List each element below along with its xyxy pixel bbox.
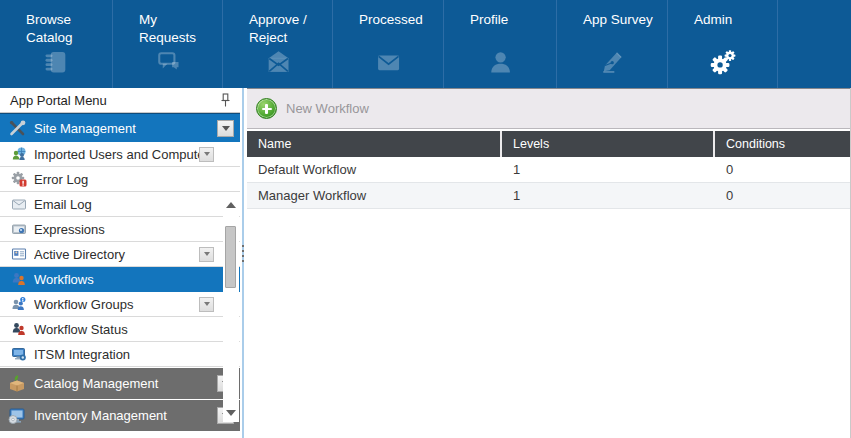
nav-tab-label: Admin	[668, 0, 777, 29]
new-workflow-label: New Workflow	[286, 101, 369, 116]
nav-tab-label: Approve / Reject	[223, 0, 332, 46]
menu-item-workflow-status[interactable]: Workflow Status	[0, 317, 240, 342]
menu-item-imported-users-and-computers[interactable]: Imported Users and Computers	[0, 142, 240, 167]
cell-conditions: 0	[713, 183, 851, 208]
sidebar: App Portal Menu Site Management	[0, 88, 240, 438]
nav-tab-app-survey[interactable]: App Survey	[557, 0, 668, 88]
cell-levels: 1	[500, 183, 713, 208]
nav-tab-profile[interactable]: Profile	[444, 0, 557, 88]
nav-tab-admin[interactable]: Admin	[668, 0, 778, 88]
splitter-grip-icon	[242, 245, 245, 265]
sidebar-titlebar: App Portal Menu	[0, 88, 240, 113]
column-header-conditions[interactable]: Conditions	[713, 131, 851, 157]
column-header-name[interactable]: Name	[247, 131, 500, 157]
nav-tab-processed[interactable]: Processed	[333, 0, 444, 88]
approve-envelope-icon	[223, 44, 332, 80]
menu-item-expressions[interactable]: Expressions	[0, 217, 240, 242]
catalog-book-icon	[0, 44, 112, 80]
workflow-grid: Name Levels Conditions Default Workflow …	[247, 131, 851, 209]
tools-icon	[6, 118, 28, 138]
nav-tab-label: Browse Catalog	[0, 0, 112, 46]
workflow-status-icon	[10, 321, 28, 338]
catalog-box-icon	[6, 374, 28, 394]
main-content: New Workflow Name Levels Conditions Defa…	[247, 88, 851, 438]
error-log-gear-icon	[10, 171, 28, 188]
menu-item-label: Imported Users and Computers	[34, 147, 199, 162]
sidebar-title: App Portal Menu	[10, 93, 107, 108]
person-icon	[444, 44, 556, 80]
section-label: Catalog Management	[34, 376, 217, 391]
cell-levels: 1	[500, 157, 713, 182]
nav-tab-my-requests[interactable]: My Requests	[113, 0, 223, 88]
scroll-down-arrow-icon[interactable]	[226, 409, 236, 417]
sidebar-section-site-management[interactable]: Site Management	[0, 113, 240, 142]
menu-item-active-directory[interactable]: Active Directory	[0, 242, 240, 267]
chevron-down-icon[interactable]	[199, 147, 214, 162]
sidebar-section-catalog-management[interactable]: Catalog Management	[0, 368, 240, 399]
menu-item-label: Expressions	[34, 222, 236, 237]
nav-tab-label: App Survey	[557, 0, 667, 29]
chevron-down-icon[interactable]	[199, 297, 214, 312]
plus-icon	[256, 98, 277, 119]
menu-item-label: Workflow Groups	[34, 297, 199, 312]
menu-item-label: Active Directory	[34, 247, 199, 262]
new-workflow-button[interactable]: New Workflow	[256, 98, 369, 119]
pin-icon[interactable]	[218, 92, 232, 108]
imported-users-icon	[10, 146, 28, 163]
menu-item-email-log[interactable]: Email Log	[0, 192, 240, 217]
panel-splitter[interactable]	[240, 88, 247, 438]
active-directory-icon	[10, 246, 28, 263]
cell-name: Manager Workflow	[247, 183, 500, 208]
pen-nib-icon	[557, 44, 667, 80]
expressions-icon	[10, 221, 28, 238]
section-label: Inventory Management	[34, 408, 217, 423]
menu-item-label: Workflow Status	[34, 322, 236, 337]
column-header-levels[interactable]: Levels	[500, 131, 713, 157]
chevron-down-icon[interactable]	[217, 120, 234, 137]
app-portal-page: Browse Catalog My Requests	[0, 0, 851, 438]
menu-item-workflows[interactable]: Workflows	[0, 267, 240, 292]
grid-header-row: Name Levels Conditions	[247, 131, 851, 157]
workflows-people-icon	[10, 271, 28, 288]
inventory-monitor-icon	[6, 406, 28, 426]
nav-tab-approve-reject[interactable]: Approve / Reject	[223, 0, 333, 88]
workflow-toolbar: New Workflow	[247, 88, 851, 129]
nav-tab-browse-catalog[interactable]: Browse Catalog	[0, 0, 113, 88]
site-management-menu: Imported Users and Computers	[0, 142, 240, 367]
menu-item-label: ITSM Integration	[34, 347, 236, 362]
nav-tab-label: My Requests	[113, 0, 222, 46]
menu-item-label: Email Log	[34, 197, 236, 212]
nav-filler	[778, 0, 851, 88]
scroll-up-arrow-icon[interactable]	[226, 201, 236, 209]
top-navigation: Browse Catalog My Requests	[0, 0, 851, 88]
menu-item-error-log[interactable]: Error Log	[0, 167, 240, 192]
itsm-monitor-gear-icon	[10, 346, 28, 363]
envelope-icon	[333, 44, 443, 80]
sidebar-scrollbar[interactable]	[223, 196, 239, 422]
table-row[interactable]: Default Workflow 1 0	[247, 157, 851, 183]
cell-conditions: 0	[713, 157, 851, 182]
table-row[interactable]: Manager Workflow 1 0	[247, 183, 851, 209]
menu-item-label: Error Log	[34, 172, 236, 187]
menu-item-itsm-integration[interactable]: ITSM Integration	[0, 342, 240, 367]
section-label: Site Management	[34, 121, 217, 136]
nav-tab-label: Profile	[444, 0, 556, 29]
email-envelope-icon	[10, 196, 28, 213]
nav-tab-label: Processed	[333, 0, 443, 29]
scrollbar-thumb[interactable]	[225, 226, 236, 288]
gears-icon	[668, 44, 777, 80]
menu-item-workflow-groups[interactable]: Workflow Groups	[0, 292, 240, 317]
workflow-groups-icon	[10, 296, 28, 313]
sidebar-section-inventory-management[interactable]: Inventory Management	[0, 400, 240, 431]
chat-bubbles-icon	[113, 44, 222, 80]
chevron-down-icon[interactable]	[199, 247, 214, 262]
menu-item-label: Workflows	[34, 272, 236, 287]
cell-name: Default Workflow	[247, 157, 500, 182]
